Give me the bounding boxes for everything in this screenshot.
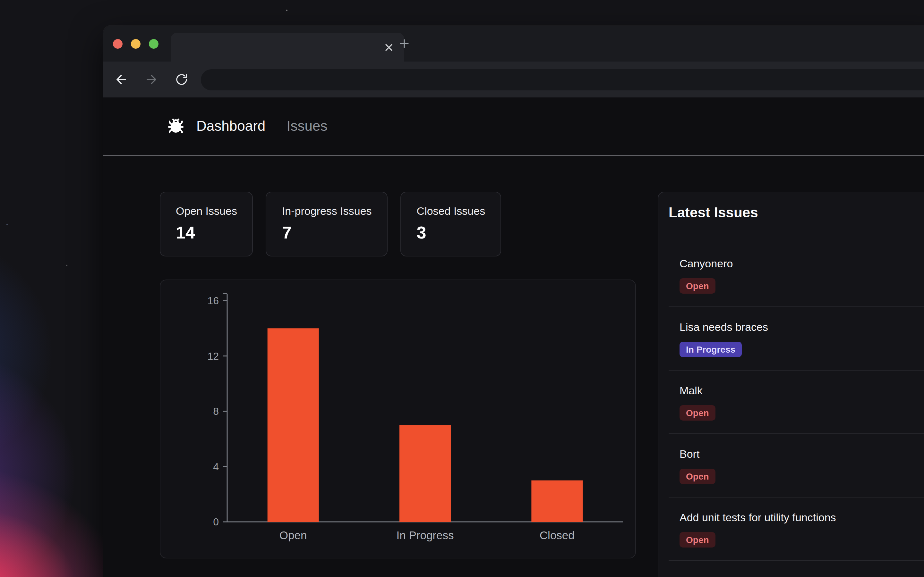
stats-row: Open Issues14In-progress Issues7Closed I… (160, 192, 636, 256)
stat-card: Open Issues14 (160, 192, 253, 256)
bar-closed (531, 480, 583, 522)
issue-list-item[interactable]: Lisa needs bracesIn Progress (669, 307, 924, 371)
issue-name: Malk (680, 384, 924, 399)
window-controls (113, 26, 158, 61)
issue-list-item[interactable]: Add unit tests for utility functionsOpen (669, 498, 924, 561)
back-arrow-icon (114, 73, 128, 87)
issues-bar-chart: 0481216OpenIn ProgressClosed (160, 280, 635, 558)
svg-text:12: 12 (207, 350, 219, 362)
svg-text:8: 8 (213, 406, 219, 417)
stat-label: In-progress Issues (282, 205, 372, 219)
stat-value: 14 (176, 222, 237, 243)
issue-status-badge: Open (680, 278, 716, 293)
issue-name: Lisa needs braces (680, 320, 924, 335)
issues-bar-chart-panel: 0481216OpenIn ProgressClosed (160, 279, 636, 558)
latest-issues-title: Latest Issues (669, 204, 924, 222)
nav-issues[interactable]: Issues (286, 118, 327, 135)
stat-label: Closed Issues (417, 205, 485, 219)
forward-arrow-icon (144, 73, 158, 87)
new-tab-button[interactable] (393, 26, 415, 61)
browser-toolbar (103, 61, 924, 97)
browser-tab[interactable] (171, 33, 404, 61)
main-column: Open Issues14In-progress Issues7Closed I… (160, 192, 636, 558)
issue-name: Bort (680, 447, 924, 462)
back-button[interactable] (110, 69, 132, 90)
latest-issues-list: CanyoneroOpenLisa needs bracesIn Progres… (669, 243, 924, 561)
svg-text:16: 16 (207, 295, 219, 306)
stat-value: 3 (417, 222, 485, 243)
svg-text:0: 0 (213, 516, 219, 528)
stat-label: Open Issues (176, 205, 237, 219)
reload-button[interactable] (171, 69, 192, 90)
stat-card: In-progress Issues7 (266, 192, 388, 256)
bug-icon (168, 118, 184, 135)
page-content: Dashboard Issues Open Issues14In-progres… (103, 97, 924, 577)
issue-list-item[interactable]: MalkOpen (669, 371, 924, 434)
desktop: Dashboard Issues Open Issues14In-progres… (0, 0, 924, 577)
issue-status-badge: Open (680, 405, 716, 421)
forward-button[interactable] (141, 69, 162, 90)
app-header: Dashboard Issues (103, 97, 924, 156)
issue-status-badge: Open (680, 532, 716, 548)
issue-list-item[interactable]: CanyoneroOpen (669, 243, 924, 307)
reload-icon (175, 73, 188, 86)
minimize-window-button[interactable] (131, 39, 141, 48)
issue-status-badge: In Progress (680, 342, 742, 357)
issue-name: Canyonero (680, 256, 924, 272)
svg-text:4: 4 (213, 461, 219, 472)
dashboard-content: Open Issues14In-progress Issues7Closed I… (103, 156, 924, 577)
browser-window: Dashboard Issues Open Issues14In-progres… (103, 26, 924, 577)
stat-card: Closed Issues3 (401, 192, 501, 256)
issue-list-item[interactable]: BortOpen (669, 434, 924, 498)
tab-strip (103, 26, 924, 61)
issue-name: Add unit tests for utility functions (680, 510, 924, 526)
issue-status-badge: Open (680, 469, 716, 484)
svg-text:Closed: Closed (540, 529, 575, 542)
zoom-window-button[interactable] (149, 39, 158, 48)
address-bar[interactable] (201, 69, 924, 90)
bar-in-progress (399, 425, 451, 522)
close-window-button[interactable] (113, 39, 123, 48)
main-nav: Dashboard Issues (196, 118, 327, 135)
nav-dashboard[interactable]: Dashboard (196, 118, 265, 135)
svg-text:In Progress: In Progress (397, 529, 454, 542)
plus-icon (400, 39, 409, 48)
svg-text:Open: Open (279, 529, 307, 542)
latest-issues-panel: Latest Issues CanyoneroOpenLisa needs br… (658, 192, 924, 577)
bar-open (268, 328, 319, 522)
stat-value: 7 (282, 222, 372, 243)
